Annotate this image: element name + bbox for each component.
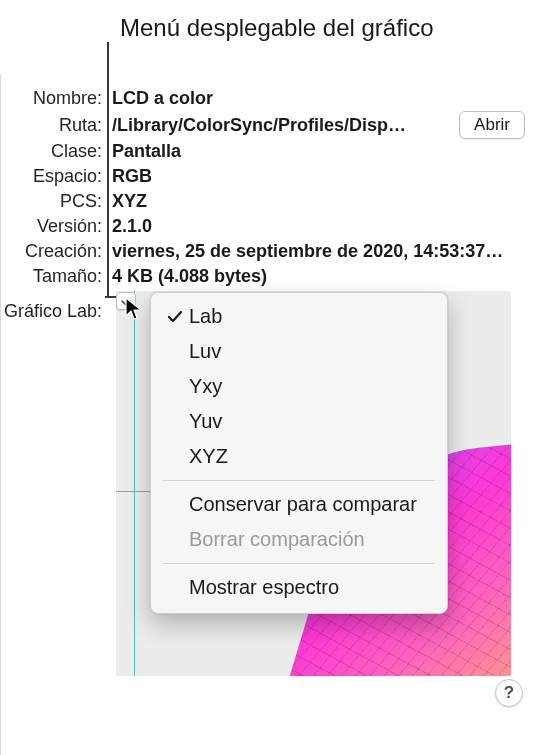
- chevron-down-icon: [121, 291, 131, 312]
- row-tamano: Tamaño: 4 KB (4.088 bytes): [0, 264, 525, 289]
- open-button[interactable]: Abrir: [459, 111, 525, 139]
- label-tamano: Tamaño:: [0, 264, 106, 289]
- label-creacion: Creación:: [0, 239, 106, 264]
- label-clase: Clase:: [0, 139, 106, 164]
- value-nombre: LCD a color: [106, 86, 525, 111]
- menu-separator: [163, 480, 435, 481]
- value-espacio: RGB: [106, 164, 525, 189]
- label-espacio: Espacio:: [0, 164, 106, 189]
- plot-axis-vertical: [134, 291, 135, 676]
- row-espacio: Espacio: RGB: [0, 164, 525, 189]
- menu-item-lab[interactable]: Lab: [151, 299, 447, 334]
- menu-item-label: Yxy: [187, 375, 427, 398]
- value-ruta: /Library/ColorSync/Profiles/Disp…: [106, 113, 453, 138]
- menu-item-mostrar[interactable]: Mostrar espectro: [151, 570, 447, 605]
- menu-item-label: Mostrar espectro: [187, 576, 427, 599]
- menu-item-conservar[interactable]: Conservar para comparar: [151, 487, 447, 522]
- value-creacion: viernes, 25 de septiembre de 2020, 14:53…: [106, 239, 525, 264]
- menu-separator: [163, 563, 435, 564]
- value-clase: Pantalla: [106, 139, 525, 164]
- value-version: 2.1.0: [106, 214, 525, 239]
- menu-item-borrar: Borrar comparación: [151, 522, 447, 557]
- label-grafico: Gráfico Lab:: [0, 299, 106, 324]
- value-tamano: 4 KB (4.088 bytes): [106, 264, 525, 289]
- menu-item-yuv[interactable]: Yuv: [151, 404, 447, 439]
- row-pcs: PCS: XYZ: [0, 189, 525, 214]
- value-pcs: XYZ: [106, 189, 525, 214]
- menu-item-yxy[interactable]: Yxy: [151, 369, 447, 404]
- menu-item-label: Borrar comparación: [187, 528, 427, 551]
- menu-item-xyz[interactable]: XYZ: [151, 439, 447, 474]
- row-clase: Clase: Pantalla: [0, 139, 525, 164]
- menu-item-label: XYZ: [187, 445, 427, 468]
- label-version: Versión:: [0, 214, 106, 239]
- menu-item-label: Yuv: [187, 410, 427, 433]
- row-nombre: Nombre: LCD a color: [0, 86, 525, 111]
- row-creacion: Creación: viernes, 25 de septiembre de 2…: [0, 239, 525, 264]
- menu-item-label: Luv: [187, 340, 427, 363]
- row-ruta: Ruta: /Library/ColorSync/Profiles/Disp… …: [0, 111, 525, 139]
- menu-item-luv[interactable]: Luv: [151, 334, 447, 369]
- row-version: Versión: 2.1.0: [0, 214, 525, 239]
- callout-caption: Menú desplegable del gráfico: [120, 14, 434, 42]
- plot-popup-trigger[interactable]: [116, 292, 136, 310]
- label-nombre: Nombre:: [0, 86, 106, 111]
- checkmark-icon: [167, 310, 187, 324]
- menu-item-label: Conservar para comparar: [187, 493, 427, 516]
- plot-popup-menu: Lab Luv Yxy Yuv XYZ Conservar para compa…: [150, 292, 448, 614]
- help-button[interactable]: ?: [495, 679, 523, 707]
- menu-item-label: Lab: [187, 305, 427, 328]
- label-ruta: Ruta:: [0, 113, 106, 138]
- label-pcs: PCS:: [0, 189, 106, 214]
